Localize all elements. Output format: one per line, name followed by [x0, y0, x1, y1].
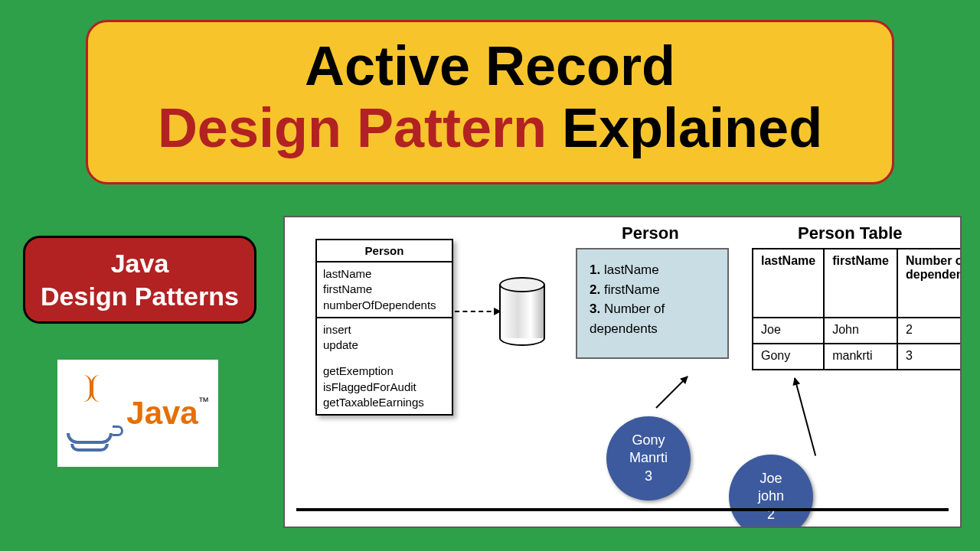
uml-attr: firstName	[323, 282, 446, 297]
uml-class-box: Person lastName firstName numberOfDepend…	[315, 239, 453, 416]
table-cell: Joe	[753, 318, 824, 344]
circle-text: john	[729, 487, 813, 505]
arrow-icon	[655, 376, 688, 408]
java-tm: ™	[198, 395, 209, 407]
title-line-1: Active Record	[119, 36, 861, 96]
uml-op: getTaxableEarnings	[323, 395, 446, 410]
object-circle-2: Joe john 2	[729, 455, 813, 528]
table-cell: 3	[897, 344, 962, 370]
category-badge: Java Design Patterns	[23, 236, 256, 324]
circle-text: Manrti	[606, 449, 691, 467]
title-red: Design Pattern	[158, 97, 547, 158]
java-logo: Java™	[57, 360, 218, 467]
person-table: lastName firstName Number of dependents …	[752, 248, 962, 370]
table-cell: mankrti	[824, 344, 897, 370]
uml-class-name: Person	[317, 240, 452, 262]
java-cup-icon	[67, 375, 120, 452]
object-circle-1: Gony Manrti 3	[606, 416, 691, 500]
table-row: Joe John 2	[753, 318, 962, 344]
uml-op: update	[323, 337, 446, 353]
person-field: firstName	[590, 280, 715, 300]
badge-line-1: Java	[25, 247, 254, 280]
table-row: Gony mankrti 3	[753, 344, 962, 370]
circle-text: Joe	[729, 470, 813, 487]
badge-line-2: Design Patterns	[25, 280, 254, 313]
table-cell: 2	[897, 318, 962, 344]
title-black: Explained	[547, 97, 822, 158]
table-cell: John	[824, 318, 897, 344]
table-header: Number of dependents	[897, 249, 962, 318]
uml-operations: insert update getExemption isFlaggedForA…	[317, 318, 452, 414]
dashed-arrow-icon	[455, 311, 499, 312]
person-field: Number of dependents	[590, 299, 715, 338]
table-header: firstName	[824, 249, 897, 318]
uml-attr: numberOfDependents	[323, 298, 446, 313]
title-banner: Active Record Design Pattern Explained	[86, 20, 894, 184]
uml-attr: lastName	[323, 266, 446, 282]
baseline-rule	[296, 508, 949, 511]
circle-text: Gony	[606, 432, 691, 449]
table-cell: Gony	[753, 344, 824, 370]
person-field: lastName	[590, 260, 715, 280]
table-header-row: lastName firstName Number of dependents	[753, 249, 962, 318]
arrow-icon	[794, 378, 816, 456]
uml-op: getExemption	[323, 364, 446, 379]
title-line-2: Design Pattern Explained	[119, 96, 861, 160]
table-header: lastName	[753, 249, 824, 318]
database-icon	[499, 277, 545, 346]
java-text-wrap: Java™	[126, 395, 208, 432]
person-field-list: lastName firstName Number of dependents	[576, 248, 729, 359]
java-text: Java	[126, 395, 198, 431]
uml-op: insert	[323, 322, 446, 337]
uml-attributes: lastName firstName numberOfDependents	[317, 262, 452, 318]
diagram-panel: Person lastName firstName numberOfDepend…	[283, 216, 962, 528]
person-heading: Person	[622, 223, 679, 243]
circle-text: 3	[606, 468, 691, 485]
person-table-heading: Person Table	[798, 223, 903, 243]
uml-op: isFlaggedForAudit	[323, 380, 446, 395]
